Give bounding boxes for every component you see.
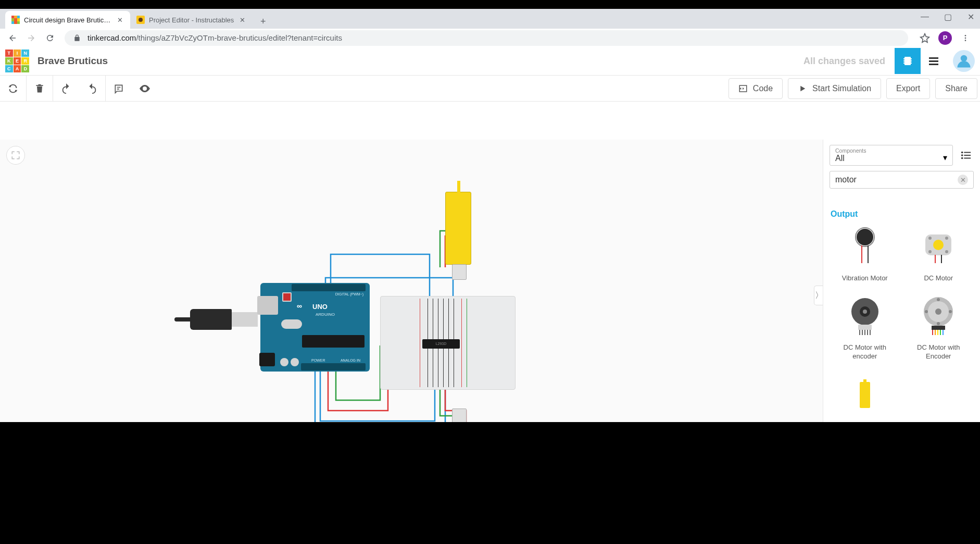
component-dc-motor-encoder-1[interactable]: DC Motor with encoder [831, 293, 899, 361]
svg-point-13 [961, 55, 968, 62]
svg-rect-10 [929, 57, 938, 59]
share-button[interactable]: Share [935, 78, 977, 99]
category-header: Output [831, 209, 973, 219]
tinkercad-app: TINKERCAD Brave Bruticus All changes sav… [0, 47, 980, 422]
tab-title: Circuit design Brave Bruticus | Tin [24, 16, 111, 24]
svg-point-19 [961, 157, 963, 159]
star-icon[interactable] [920, 33, 930, 43]
new-tab-button[interactable]: + [256, 14, 270, 29]
dc-motor-top[interactable] [445, 192, 471, 265]
app-header: TINKERCAD Brave Bruticus All changes sav… [0, 47, 980, 76]
gearmotor-icon [839, 372, 891, 418]
dc-motor-icon [912, 224, 964, 271]
export-button[interactable]: Export [886, 78, 930, 99]
component-vibration-motor[interactable]: Vibration Motor [831, 224, 899, 283]
svg-rect-9 [911, 63, 912, 64]
svg-rect-40 [932, 326, 945, 330]
svg-rect-7 [911, 58, 912, 59]
tinkercad-favicon [11, 16, 20, 24]
svg-rect-12 [929, 64, 938, 65]
workspace: DIGITAL (PWM~) ∞ UNO ARDUINO POWER ANALO… [0, 140, 980, 422]
circuit-diagram: DIGITAL (PWM~) ∞ UNO ARDUINO POWER ANALO… [174, 192, 518, 422]
svg-rect-8 [911, 60, 912, 61]
notes-tool[interactable] [106, 76, 132, 102]
usb-cable[interactable] [174, 309, 253, 330]
component-dc-motor-encoder-2[interactable]: DC Motor with Encoder [904, 293, 973, 361]
svg-rect-3 [904, 57, 911, 65]
l293d-ic[interactable]: L293D [422, 339, 460, 349]
redo-button[interactable] [79, 76, 105, 102]
search-input[interactable] [835, 175, 958, 184]
clear-search-icon[interactable]: ✕ [958, 175, 968, 185]
chevron-down-icon: ▾ [943, 153, 947, 163]
svg-rect-5 [903, 60, 904, 61]
svg-rect-32 [858, 325, 872, 330]
svg-rect-18 [964, 155, 971, 156]
breadboard[interactable]: L293D [380, 296, 516, 390]
instructables-favicon [136, 16, 145, 24]
forward-button[interactable] [23, 30, 40, 46]
editor-toolbar: Code Start Simulation Export Share [0, 76, 980, 102]
component-search-field[interactable]: ✕ [830, 171, 974, 189]
back-button[interactable] [4, 30, 21, 46]
dc-motor-encoder-icon [839, 293, 891, 340]
code-button[interactable]: Code [728, 78, 783, 99]
profile-badge[interactable]: P [938, 31, 952, 45]
zoom-fit-button[interactable] [6, 146, 25, 165]
url-field[interactable]: tinkercad.com/things/aZ7bVcZyOTm-brave-b… [65, 30, 908, 46]
chrome-menu-icon[interactable] [960, 33, 971, 43]
vibration-motor-icon [839, 224, 891, 271]
svg-rect-20 [964, 158, 971, 159]
arduino-uno[interactable]: DIGITAL (PWM~) ∞ UNO ARDUINO POWER ANALO… [260, 283, 370, 372]
minimize-icon[interactable]: — [920, 12, 930, 22]
svg-point-35 [935, 308, 941, 315]
tinkercad-logo[interactable]: TINKERCAD [5, 50, 29, 72]
window-controls: — ▢ ✕ [920, 12, 976, 22]
svg-point-36 [937, 298, 940, 301]
svg-point-15 [961, 152, 963, 154]
list-view-toggle[interactable] [958, 147, 974, 163]
components-panel: Components All ▾ ✕ Output [823, 140, 980, 422]
component-gearmotor[interactable] [831, 372, 899, 418]
undo-button[interactable] [53, 76, 79, 102]
components-list[interactable]: Output Vibration Motor DC Motor DC Mo [823, 194, 980, 422]
svg-rect-42 [863, 379, 866, 384]
svg-rect-4 [903, 58, 904, 59]
svg-point-2 [965, 40, 966, 41]
browser-tab-1[interactable]: Project Editor - Instructables ✕ [130, 11, 253, 29]
svg-point-14 [144, 88, 146, 90]
svg-point-21 [857, 229, 873, 245]
svg-point-27 [928, 250, 932, 253]
browser-tab-0[interactable]: Circuit design Brave Bruticus | Tin ✕ [5, 11, 130, 29]
component-dc-motor[interactable]: DC Motor [904, 224, 973, 283]
start-simulation-button[interactable]: Start Simulation [788, 78, 881, 99]
close-icon[interactable]: ✕ [116, 16, 124, 24]
svg-rect-6 [903, 63, 904, 64]
maximize-icon[interactable]: ▢ [943, 12, 953, 22]
circuit-canvas[interactable]: DIGITAL (PWM~) ∞ UNO ARDUINO POWER ANALO… [0, 140, 823, 422]
svg-point-17 [961, 154, 963, 156]
panel-collapse-handle[interactable]: 〉 [814, 286, 823, 305]
project-title[interactable]: Brave Bruticus [37, 55, 108, 67]
svg-point-1 [965, 37, 966, 39]
svg-point-25 [928, 237, 932, 240]
components-dropdown[interactable]: Components All ▾ [830, 145, 953, 166]
schematic-view-button[interactable] [921, 48, 947, 74]
reload-button[interactable] [42, 30, 58, 46]
close-window-icon[interactable]: ✕ [965, 12, 976, 22]
address-bar: tinkercad.com/things/aZ7bVcZyOTm-brave-b… [0, 29, 980, 47]
svg-point-24 [933, 240, 944, 250]
rotate-tool[interactable] [0, 76, 26, 102]
url-text: tinkercad.com/things/aZ7bVcZyOTm-brave-b… [87, 33, 342, 42]
circuit-view-button[interactable] [895, 48, 921, 74]
visibility-tool[interactable] [132, 76, 158, 102]
tab-strip: Circuit design Brave Bruticus | Tin ✕ Pr… [0, 9, 980, 29]
user-avatar[interactable] [953, 50, 975, 72]
svg-point-37 [937, 322, 940, 325]
svg-point-31 [863, 310, 867, 314]
svg-point-26 [945, 237, 948, 240]
close-icon[interactable]: ✕ [238, 16, 246, 24]
browser-chrome: Circuit design Brave Bruticus | Tin ✕ Pr… [0, 9, 980, 47]
svg-rect-16 [964, 152, 971, 153]
delete-tool[interactable] [27, 76, 53, 102]
